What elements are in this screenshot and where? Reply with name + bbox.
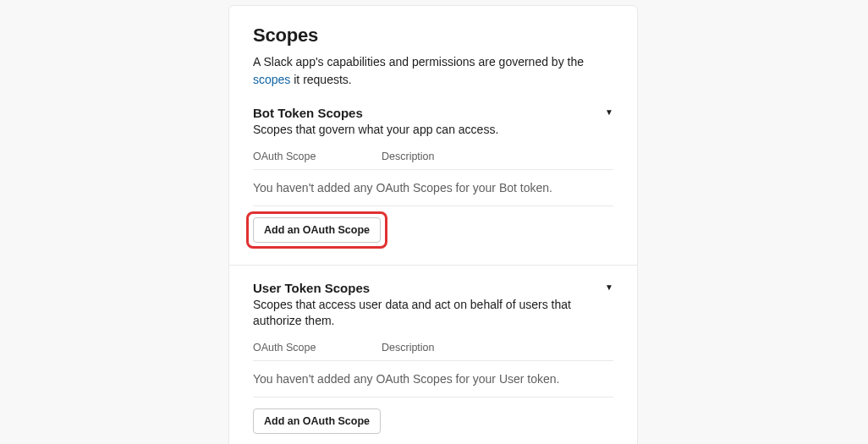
add-bot-oauth-scope-button[interactable]: Add an OAuth Scope [253,217,381,243]
user-col-oauth-scope: OAuth Scope [253,342,382,354]
scopes-desc-text-after: it requests. [290,73,351,86]
bot-col-description: Description [382,151,613,162]
caret-down-icon[interactable]: ▼ [605,107,613,117]
divider [229,265,637,266]
bot-col-oauth-scope: OAuth Scope [253,151,382,162]
user-scopes-header: User Token Scopes ▼ [253,281,613,297]
bot-scopes-empty: You haven't added any OAuth Scopes for y… [253,170,613,206]
user-scopes-title: User Token Scopes [253,281,370,295]
bot-scopes-title: Bot Token Scopes [253,106,363,120]
scopes-link[interactable]: scopes [253,73,290,86]
user-col-description: Description [382,342,613,354]
add-user-oauth-scope-button[interactable]: Add an OAuth Scope [253,408,381,434]
user-scopes-empty: You haven't added any OAuth Scopes for y… [253,361,613,397]
scopes-title: Scopes [253,25,613,47]
scopes-description: A Slack app's capabilities and permissio… [253,53,613,89]
scopes-card: Scopes A Slack app's capabilities and pe… [228,5,638,444]
user-scopes-table-header: OAuth Scope Description [253,342,613,361]
bot-scopes-table-header: OAuth Scope Description [253,151,613,170]
bot-scopes-header: Bot Token Scopes ▼ [253,106,613,122]
scopes-desc-text-before: A Slack app's capabilities and permissio… [253,55,584,69]
user-scopes-subtitle: Scopes that access user data and act on … [253,297,613,330]
caret-down-icon[interactable]: ▼ [605,282,613,292]
bot-scopes-subtitle: Scopes that govern what your app can acc… [253,122,613,139]
